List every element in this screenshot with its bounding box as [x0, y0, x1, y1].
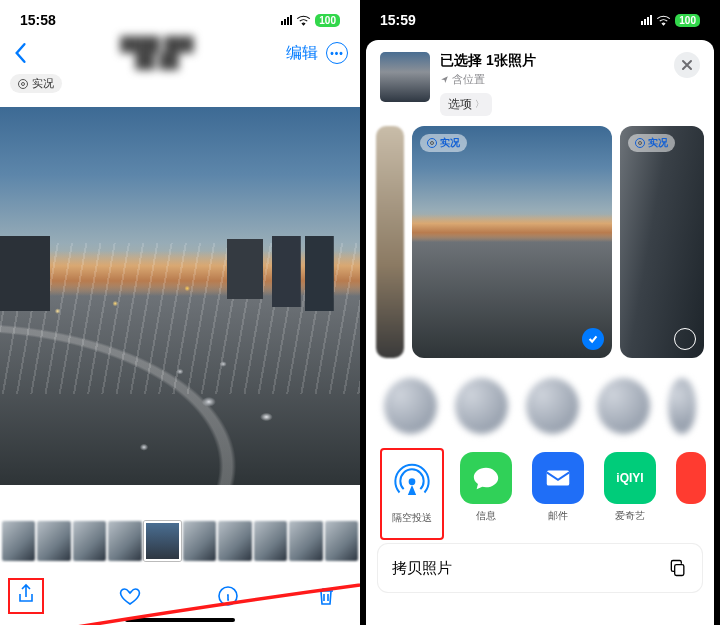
right-phone-screen: 15:59 100 已选择 1张照片 含位置 选	[360, 0, 720, 625]
status-time: 15:59	[380, 12, 416, 28]
app-mail[interactable]: 邮件	[532, 452, 584, 536]
live-photo-icon	[18, 79, 28, 89]
iqiyi-icon: iQIYI	[604, 452, 656, 504]
share-sheet: 已选择 1张照片 含位置 选项 〉	[366, 40, 714, 625]
app-label: 爱奇艺	[604, 509, 656, 523]
status-right: 100	[281, 14, 340, 27]
live-photo-icon	[635, 138, 645, 148]
photo-selection-row[interactable]: 实况 实况	[366, 126, 714, 358]
contact-avatar[interactable]	[597, 378, 650, 434]
main-photo[interactable]	[0, 107, 360, 485]
app-label: 信息	[460, 509, 512, 523]
battery-indicator: 100	[315, 14, 340, 27]
thumbnail-selected[interactable]	[144, 521, 181, 561]
share-sheet-header: 已选择 1张照片 含位置 选项 〉	[366, 40, 714, 126]
share-button-highlight	[8, 578, 44, 614]
chevron-right-icon: 〉	[475, 98, 484, 111]
contact-avatar[interactable]	[526, 378, 579, 434]
close-button[interactable]	[674, 52, 700, 78]
share-apps-row: 隔空投送 信息 邮件 iQIYI 爱奇艺	[366, 452, 714, 536]
status-right: 100	[641, 14, 700, 27]
airdrop-icon	[386, 454, 438, 506]
wifi-icon	[296, 15, 311, 26]
wifi-icon	[656, 15, 671, 26]
app-more[interactable]	[676, 452, 706, 536]
status-time: 15:58	[20, 12, 56, 28]
options-button[interactable]: 选项 〉	[440, 93, 492, 116]
header-thumbnail	[380, 52, 430, 102]
selection-ring-empty[interactable]	[674, 328, 696, 350]
live-photo-label: 实况	[32, 76, 54, 91]
favorite-icon[interactable]	[118, 584, 142, 608]
status-bar: 15:58 100	[0, 0, 360, 34]
check-icon	[587, 333, 599, 345]
photo-card-selected[interactable]: 实况	[412, 126, 612, 358]
airdrop-contacts-row[interactable]	[366, 370, 714, 442]
home-indicator	[125, 618, 235, 622]
edit-button[interactable]: 编辑	[286, 43, 318, 64]
svg-point-1	[409, 478, 416, 485]
cellular-icon	[641, 15, 652, 25]
status-bar: 15:59 100	[360, 0, 720, 34]
copy-photo-action[interactable]: 拷贝照片	[378, 544, 702, 592]
live-photo-badge[interactable]: 实况	[10, 74, 62, 93]
contact-avatar[interactable]	[384, 378, 437, 434]
live-photo-badge: 实况	[628, 134, 675, 152]
share-icon[interactable]	[14, 582, 38, 606]
live-photo-icon	[427, 138, 437, 148]
svg-rect-3	[675, 565, 684, 576]
back-button[interactable]	[12, 42, 28, 64]
photo-title-blurred: ████ █████ ██	[28, 36, 286, 71]
live-photo-badge: 实况	[420, 134, 467, 152]
info-icon[interactable]	[216, 584, 240, 608]
mail-icon	[532, 452, 584, 504]
action-label: 拷贝照片	[392, 559, 452, 578]
sheet-title: 已选择 1张照片	[440, 52, 664, 70]
selection-checkmark[interactable]	[582, 328, 604, 350]
battery-indicator: 100	[675, 14, 700, 27]
thumbnail-strip[interactable]	[0, 521, 360, 561]
close-icon	[681, 59, 693, 71]
photo-card-next[interactable]: 实况	[620, 126, 704, 358]
svg-rect-2	[547, 471, 570, 486]
nav-bar: ████ █████ ██ 编辑 •••	[0, 34, 360, 72]
copy-icon	[668, 558, 688, 578]
app-airdrop[interactable]: 隔空投送	[380, 448, 444, 540]
cellular-icon	[281, 15, 292, 25]
left-phone-screen: 15:58 100 ████ █████ ██ 编辑 ••• 实况	[0, 0, 360, 625]
more-button[interactable]: •••	[326, 42, 348, 64]
location-arrow-icon	[440, 75, 449, 84]
contact-avatar[interactable]	[668, 378, 696, 434]
app-icon-partial	[676, 452, 706, 504]
sheet-location: 含位置	[440, 72, 664, 87]
photo-peek-prev[interactable]	[376, 126, 404, 358]
contact-avatar[interactable]	[455, 378, 508, 434]
app-label: 邮件	[532, 509, 584, 523]
trash-icon[interactable]	[314, 584, 338, 608]
chevron-left-icon	[12, 42, 28, 64]
app-iqiyi[interactable]: iQIYI 爱奇艺	[604, 452, 656, 536]
app-label: 隔空投送	[386, 511, 438, 525]
messages-icon	[460, 452, 512, 504]
app-messages[interactable]: 信息	[460, 452, 512, 536]
